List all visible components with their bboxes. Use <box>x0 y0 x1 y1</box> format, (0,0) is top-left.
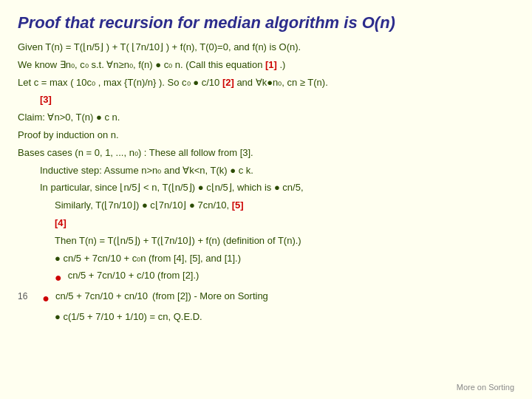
line-4: Claim: ∀n>0, T(n) ● c n. <box>18 110 514 126</box>
bullet-row-1: ● cn/5 + 7cn/10 + c/10 (from [2].) <box>18 268 514 287</box>
line-10-text1: Then T(n) = T(⌊n/5⌋) + T(⌊7n/10⌋) + f(n)… <box>55 235 301 246</box>
line-6: Bases cases (n = 0, 1, ..., n₀) : These … <box>18 146 514 161</box>
line-11-text: ● cn/5 + 7cn/10 + c₀n (from [4], [5], an… <box>55 253 241 264</box>
line-6-text: Bases cases (n = 0, 1, ..., n₀) : These … <box>18 147 253 158</box>
line-9-ref: [5] <box>232 200 244 211</box>
line-3b: [3] <box>40 92 514 108</box>
line-8: In particular, since ⌊n/5⌋ < n, T(⌊n/5⌋)… <box>40 180 514 196</box>
line-5: Proof by induction on n. <box>18 128 514 143</box>
line-3-text1: Let c = max ( 10c₀ , max {T(n)/n} ). So … <box>18 77 222 88</box>
bullet-sym-2: ● <box>42 289 50 308</box>
line-4-text: Claim: ∀n>0, T(n) ● c n. <box>18 112 120 123</box>
line-10: Then T(n) = T(⌊n/5⌋) + T(⌊7n/10⌋) + f(n)… <box>55 233 514 249</box>
line-3: Let c = max ( 10c₀ , max {T(n)/n} ). So … <box>18 75 514 91</box>
line-9-text1: Similarly, T(⌊7n/10⌋) ● c⌊7n/10⌋ ● 7cn/1… <box>55 200 232 211</box>
bullet-2-text: cn/5 + 7cn/10 + cn/10 <box>55 289 148 304</box>
bullet-1-text: cn/5 + 7cn/10 + c/10 (from [2].) <box>68 268 200 284</box>
line-2-text2: .) <box>280 59 286 70</box>
bullet-sym-1: ● <box>55 268 62 287</box>
line-8-text: In particular, since ⌊n/5⌋ < n, T(⌊n/5⌋)… <box>40 182 304 193</box>
line-2: We know ∃n₀, c₀ s.t. ∀n≥n₀, f(n) ● c₀ n.… <box>18 58 514 73</box>
line-11: ● cn/5 + 7cn/10 + c₀n (from [4], [5], an… <box>55 251 514 267</box>
line-9b-ref: [4] <box>55 217 66 228</box>
line-2-ref: [1] <box>265 59 277 70</box>
page-title: Proof that recursion for median algorith… <box>18 13 514 33</box>
line-3b-ref: [3] <box>40 94 52 105</box>
line-1-text: Given T(n) = T(⌊n/5⌋ ) + T( ⌊7n/10⌋ ) + … <box>18 41 301 52</box>
line-last-text: ● c(1/5 + 7/10 + 1/10) = cn, Q.E.D. <box>55 311 202 322</box>
line-3-text2: and ∀k●n₀, cn ≥ T(n). <box>236 77 327 88</box>
main-page: Proof that recursion for median algorith… <box>0 0 532 399</box>
line-3-ref2: [2] <box>222 77 234 88</box>
line-1: Given T(n) = T(⌊n/5⌋ ) + T( ⌊7n/10⌋ ) + … <box>18 40 514 55</box>
bullet-2-text2: (from [2]) - More on Sorting <box>152 289 268 304</box>
page-number-left: 16 <box>18 290 27 304</box>
line-9b: [4] <box>55 216 514 231</box>
line-7-text: Inductive step: Assume n>n₀ and ∀k<n, T(… <box>40 165 253 176</box>
line-last: ● c(1/5 + 7/10 + 1/10) = cn, Q.E.D. <box>55 310 514 325</box>
line-7: Inductive step: Assume n>n₀ and ∀k<n, T(… <box>40 163 514 179</box>
line-9: Similarly, T(⌊7n/10⌋) ● c⌊7n/10⌋ ● 7cn/1… <box>55 198 514 214</box>
footer-course: More on Sorting <box>457 383 514 392</box>
line-2-text: We know ∃n₀, c₀ s.t. ∀n≥n₀, f(n) ● c₀ n.… <box>18 59 265 70</box>
content-area: Given T(n) = T(⌊n/5⌋ ) + T( ⌊7n/10⌋ ) + … <box>18 40 514 324</box>
line-5-text: Proof by induction on n. <box>18 129 119 140</box>
